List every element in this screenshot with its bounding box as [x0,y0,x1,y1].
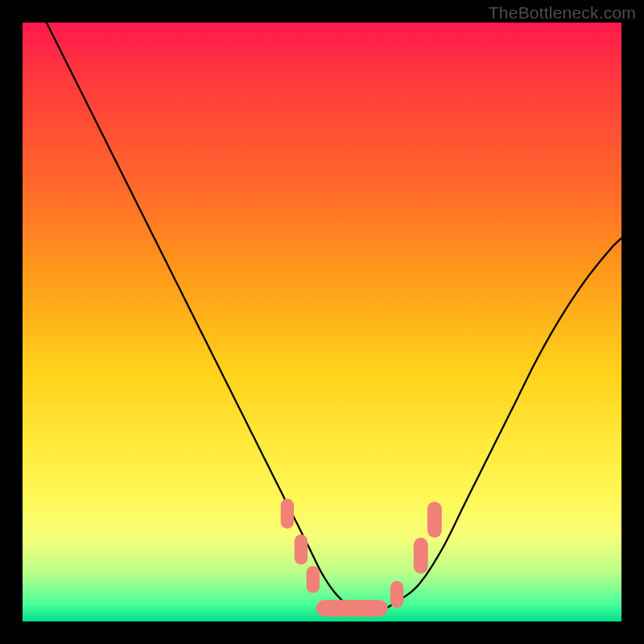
highlight-marker [295,535,308,564]
highlight-marker [281,498,294,528]
highlight-markers [281,498,442,617]
chart-plot-area [23,23,621,621]
highlight-marker [414,538,428,574]
highlight-marker [390,581,403,608]
chart-svg [23,23,621,621]
bottleneck-curve [47,23,621,610]
bottleneck-curve-path [47,23,621,610]
chart-frame: TheBottleneck.com [0,0,644,644]
highlight-marker [427,502,442,538]
highlight-marker [307,566,320,592]
highlight-marker [316,600,388,617]
watermark-text: TheBottleneck.com [489,3,636,23]
